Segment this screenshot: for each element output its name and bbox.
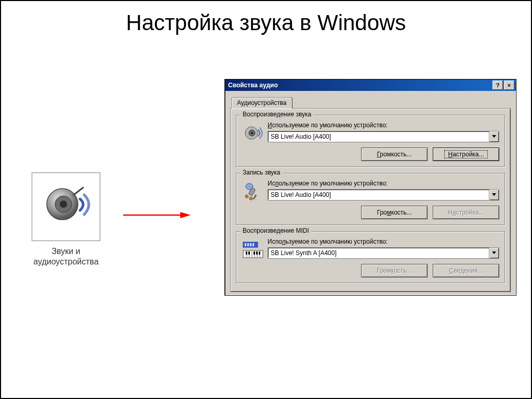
svg-marker-14 [492,193,496,196]
recording-group: Запись звука Используемое по умолчанию у… [236,173,505,225]
recording-default-label: Используемое по умолчанию устройство: [268,180,499,187]
recording-settings-button: Настройка... [433,206,499,219]
svg-rect-31 [256,251,258,255]
chevron-down-icon[interactable] [489,190,499,200]
recording-device-value[interactable] [268,190,489,200]
midi-keyboard-icon [242,238,264,261]
playback-device-combo[interactable] [268,131,499,142]
svg-marker-4 [180,212,191,218]
recording-device-combo[interactable] [268,189,499,201]
svg-point-12 [245,195,248,198]
close-button[interactable]: × [504,81,514,90]
playback-device-value[interactable] [268,131,489,142]
midi-volume-button: Громкость... [361,264,428,277]
tab-strip: Аудиоустройства [230,96,511,109]
control-panel-icon[interactable]: Звуки и аудиоустройства [22,172,110,267]
midi-group-title: Воспроизведение MIDI [241,227,311,234]
svg-rect-18 [250,243,251,246]
playback-group-title: Воспроизведение звука [241,111,313,118]
svg-point-7 [251,132,254,135]
midi-group: Воспроизведение MIDI [236,231,505,283]
speaker-small-icon [242,122,264,144]
playback-default-label: Используемое по умолчанию устройство: [268,122,499,129]
chevron-down-icon[interactable] [489,131,499,142]
svg-rect-11 [253,194,257,200]
svg-rect-29 [248,251,250,255]
svg-rect-32 [259,251,260,255]
svg-point-2 [60,201,67,208]
recording-group-title: Запись звука [241,169,283,176]
chevron-down-icon[interactable] [489,248,499,258]
playback-group: Воспроизведение звука Используемое по ум… [236,115,505,167]
midi-default-label: Используемое по умолчанию устройство: [268,238,499,245]
svg-marker-8 [492,135,496,138]
svg-rect-30 [254,251,255,255]
microphone-icon [242,180,264,203]
svg-rect-16 [245,243,246,246]
svg-rect-19 [252,243,254,246]
help-button[interactable]: ? [493,81,503,90]
titlebar[interactable]: Свойства аудио ? × [225,79,516,91]
audio-properties-dialog: Свойства аудио ? × Аудиоустройства Воспр… [224,79,516,296]
midi-device-combo[interactable] [268,247,499,259]
playback-settings-button[interactable]: Настройка... [433,148,499,161]
tab-audio-devices[interactable]: Аудиоустройства [231,97,292,109]
slide-title: Настройка звука в Windows [1,10,531,35]
playback-volume-button[interactable]: Громкость... [361,148,428,161]
svg-point-13 [249,197,252,200]
arrow-icon [123,210,191,220]
midi-device-value[interactable] [268,248,489,258]
control-panel-icon-label: Звуки и аудиоустройства [22,246,110,267]
window-title: Свойства аудио [228,82,278,89]
recording-volume-button[interactable]: Громкость... [361,206,428,219]
tab-panel: Воспроизведение звука Используемое по ум… [230,108,511,292]
svg-rect-17 [247,243,249,246]
midi-about-button: Сведения... [433,264,499,277]
svg-marker-33 [492,251,496,254]
speaker-icon [32,172,100,241]
svg-rect-28 [246,251,247,255]
